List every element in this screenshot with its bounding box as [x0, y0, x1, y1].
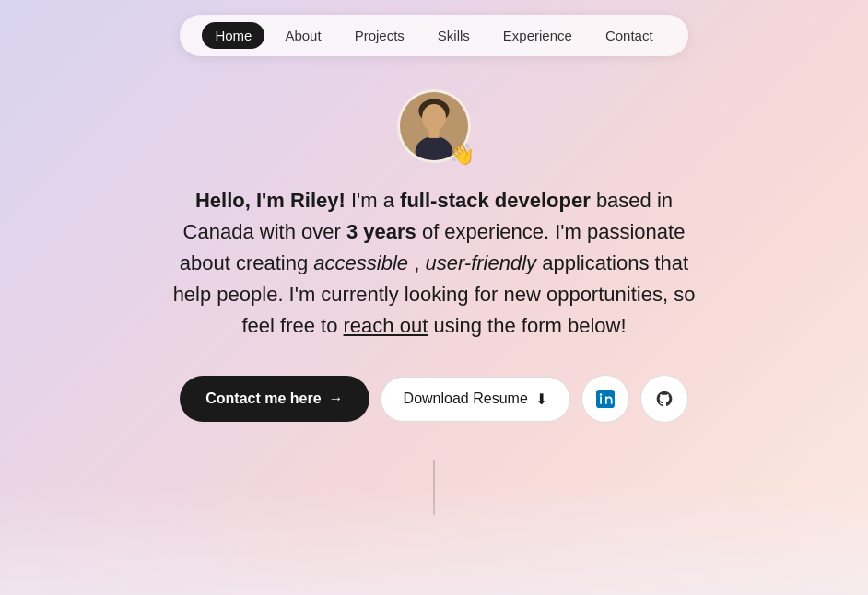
bio-intro: I'm a [351, 189, 400, 212]
nav-item-projects[interactable]: Projects [342, 22, 417, 49]
resume-button[interactable]: Download Resume ⬇ [381, 377, 570, 422]
svg-rect-4 [428, 130, 439, 138]
nav-item-experience[interactable]: Experience [490, 22, 585, 49]
bio-accessible: accessible [313, 251, 408, 274]
contact-button[interactable]: Contact me here → [180, 376, 369, 422]
nav-item-home[interactable]: Home [202, 22, 264, 49]
svg-point-2 [422, 104, 446, 132]
resume-button-label: Download Resume [404, 391, 528, 407]
bio-comma: , [414, 251, 425, 274]
linkedin-button[interactable] [581, 375, 629, 423]
wave-emoji: 👋 [450, 145, 475, 165]
github-icon [655, 390, 674, 408]
bio-end: using the form below! [433, 314, 626, 337]
navbar: Home About Projects Skills Experience Co… [0, 0, 868, 71]
bio-text: Hello, I'm Riley! I'm a full-stack devel… [148, 185, 720, 342]
contact-button-label: Contact me here [205, 391, 321, 407]
bio-reach-out[interactable]: reach out [344, 314, 428, 337]
bio-name: Hello, I'm Riley! [195, 189, 346, 212]
nav-item-about[interactable]: About [272, 22, 334, 49]
svg-point-6 [600, 394, 603, 397]
download-icon: ⬇ [535, 391, 547, 408]
github-button[interactable] [640, 375, 688, 423]
bio-user-friendly: user-friendly [425, 251, 536, 274]
avatar-wrapper: 👋 [397, 89, 471, 163]
nav-item-skills[interactable]: Skills [425, 22, 483, 49]
bottom-fade [0, 484, 868, 595]
nav-inner: Home About Projects Skills Experience Co… [180, 15, 687, 56]
buttons-row: Contact me here → Download Resume ⬇ [180, 375, 688, 423]
linkedin-icon [596, 390, 615, 408]
bio-role: full-stack developer [400, 189, 591, 212]
contact-arrow-icon: → [329, 391, 344, 407]
nav-item-contact[interactable]: Contact [592, 22, 666, 49]
bio-years: 3 years [346, 220, 416, 243]
main-content: 👋 Hello, I'm Riley! I'm a full-stack dev… [0, 71, 868, 515]
